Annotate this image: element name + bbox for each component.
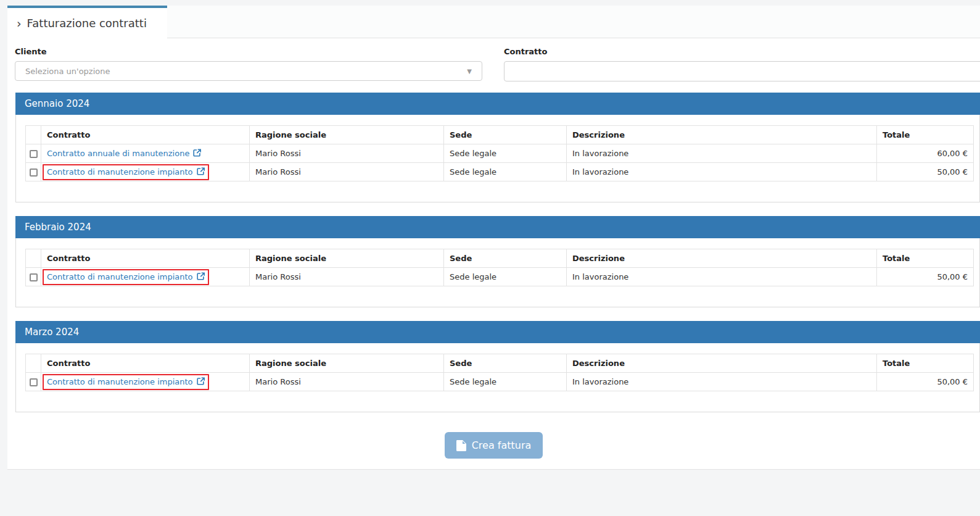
month-section-header: Marzo 2024: [15, 321, 980, 343]
contracts-table: Contratto Ragione sociale Sede Descrizio…: [25, 249, 974, 286]
col-header-descrizione: Descrizione: [567, 126, 877, 144]
external-link-icon: [193, 149, 201, 157]
contract-link-label: Contratto di manutenzione impianto: [47, 272, 193, 281]
cell-totale: 60,00 €: [877, 144, 974, 163]
col-header-contratto: Contratto: [41, 354, 250, 373]
table-row: Contratto di manutenzione impianto Mario…: [26, 373, 974, 391]
cliente-select[interactable]: Seleziona un'opzione ▼: [15, 61, 482, 81]
col-header-sede: Sede: [444, 249, 567, 268]
red-highlight-box: Contratto di manutenzione impianto: [43, 374, 209, 390]
cell-totale: 50,00 €: [877, 268, 974, 286]
red-highlight-box: Contratto di manutenzione impianto: [43, 164, 209, 180]
cell-totale: 50,00 €: [877, 163, 974, 181]
row-checkbox[interactable]: [30, 150, 38, 158]
contracts-table: Contratto Ragione sociale Sede Descrizio…: [25, 125, 974, 181]
row-checkbox[interactable]: [30, 378, 38, 386]
external-link-icon: [197, 167, 205, 175]
external-link-icon: [197, 272, 205, 280]
col-header-ragione-sociale: Ragione sociale: [250, 126, 444, 144]
col-header-descrizione: Descrizione: [567, 354, 877, 373]
cell-totale: 50,00 €: [877, 373, 974, 391]
col-header-totale: Totale: [877, 126, 974, 144]
col-header-contratto: Contratto: [41, 249, 250, 268]
cell-sede: Sede legale: [444, 268, 567, 286]
cell-descrizione: In lavorazione: [567, 144, 877, 163]
crea-fattura-button[interactable]: Crea fattura: [445, 432, 543, 459]
contract-link-label: Contratto annuale di manutenzione: [47, 149, 189, 158]
cell-ragione-sociale: Mario Rossi: [250, 268, 444, 286]
month-section-febbraio: Febbraio 2024 Contratto Ragione sociale …: [15, 216, 980, 307]
cell-descrizione: In lavorazione: [567, 373, 877, 391]
cell-sede: Sede legale: [444, 144, 567, 163]
col-header-sede: Sede: [444, 354, 567, 373]
contract-link-label: Contratto di manutenzione impianto: [47, 377, 193, 386]
col-header-checkbox: [26, 249, 41, 268]
table-row: Contratto annuale di manutenzione Mario …: [26, 144, 974, 163]
col-header-checkbox: [26, 354, 41, 373]
external-link-icon: [197, 377, 205, 385]
cliente-filter: Cliente Seleziona un'opzione ▼: [15, 47, 482, 81]
cell-ragione-sociale: Mario Rossi: [250, 144, 444, 163]
cell-descrizione: In lavorazione: [567, 163, 877, 181]
month-section-body: Contratto Ragione sociale Sede Descrizio…: [15, 115, 980, 202]
row-checkbox[interactable]: [30, 169, 38, 177]
tab-bar: › Fatturazione contratti: [7, 6, 980, 38]
col-header-totale: Totale: [877, 354, 974, 373]
contract-link[interactable]: Contratto annuale di manutenzione: [47, 149, 201, 158]
tab-label: Fatturazione contratti: [27, 17, 147, 30]
cell-descrizione: In lavorazione: [567, 268, 877, 286]
table-header-row: Contratto Ragione sociale Sede Descrizio…: [26, 354, 974, 373]
col-header-ragione-sociale: Ragione sociale: [250, 249, 444, 268]
chevron-right-icon: ›: [17, 17, 22, 30]
contratto-filter: Contratto: [504, 47, 980, 81]
month-section-gennaio: Gennaio 2024 Contratto Ragione sociale S…: [15, 93, 980, 202]
contract-link[interactable]: Contratto di manutenzione impianto: [47, 377, 205, 386]
col-header-ragione-sociale: Ragione sociale: [250, 354, 444, 373]
col-header-sede: Sede: [444, 126, 567, 144]
cell-ragione-sociale: Mario Rossi: [250, 163, 444, 181]
tab-fatturazione-contratti[interactable]: › Fatturazione contratti: [7, 6, 167, 38]
col-header-checkbox: [26, 126, 41, 144]
tab-bar-filler: [167, 6, 980, 38]
month-section-body: Contratto Ragione sociale Sede Descrizio…: [15, 238, 980, 307]
month-section-header: Gennaio 2024: [15, 93, 980, 115]
table-header-row: Contratto Ragione sociale Sede Descrizio…: [26, 126, 974, 144]
cliente-label: Cliente: [15, 47, 482, 56]
table-row: Contratto di manutenzione impianto Mario…: [26, 268, 974, 286]
button-row: Crea fattura: [7, 432, 980, 459]
month-section-header: Febbraio 2024: [15, 216, 980, 238]
col-header-totale: Totale: [877, 249, 974, 268]
row-checkbox[interactable]: [30, 273, 38, 281]
col-header-descrizione: Descrizione: [567, 249, 877, 268]
contract-link[interactable]: Contratto di manutenzione impianto: [47, 272, 205, 281]
cell-ragione-sociale: Mario Rossi: [250, 373, 444, 391]
table-row: Contratto di manutenzione impianto Mario…: [26, 163, 974, 181]
cliente-select-placeholder: Seleziona un'opzione: [25, 67, 110, 76]
month-section-marzo: Marzo 2024 Contratto Ragione sociale Sed…: [15, 321, 980, 412]
file-icon: [456, 440, 466, 451]
month-section-body: Contratto Ragione sociale Sede Descrizio…: [15, 343, 980, 412]
contratto-input[interactable]: [504, 61, 980, 81]
cell-sede: Sede legale: [444, 163, 567, 181]
table-header-row: Contratto Ragione sociale Sede Descrizio…: [26, 249, 974, 268]
contracts-table: Contratto Ragione sociale Sede Descrizio…: [25, 354, 974, 391]
contract-link-label: Contratto di manutenzione impianto: [47, 167, 193, 177]
contract-link[interactable]: Contratto di manutenzione impianto: [47, 167, 205, 177]
chevron-down-icon: ▼: [467, 68, 472, 75]
contratto-label: Contratto: [504, 47, 980, 56]
col-header-contratto: Contratto: [41, 126, 250, 144]
filters-row: Cliente Seleziona un'opzione ▼ Contratto: [7, 38, 980, 81]
month-sections: Gennaio 2024 Contratto Ragione sociale S…: [15, 93, 980, 412]
crea-fattura-label: Crea fattura: [472, 439, 532, 451]
red-highlight-box: Contratto di manutenzione impianto: [43, 269, 209, 285]
content-panel: Cliente Seleziona un'opzione ▼ Contratto…: [7, 38, 980, 470]
cell-sede: Sede legale: [444, 373, 567, 391]
